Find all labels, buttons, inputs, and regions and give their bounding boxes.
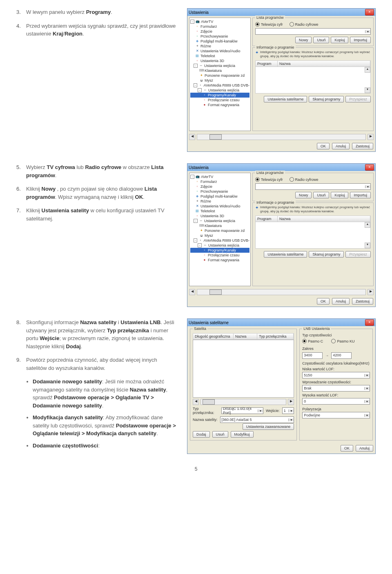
tree-selected: ▫Programy/Kanały xyxy=(190,248,249,253)
radio-tv-digital[interactable]: Telewizja cyfr xyxy=(255,22,283,27)
satellite-settings-button[interactable]: Ustawienia satelitarne xyxy=(264,96,307,102)
dialog-title: Ustawienia satelitarne xyxy=(189,320,365,325)
radio-radio-digital[interactable]: Radio cyfrowe xyxy=(290,177,318,182)
step-body: Wybierz TV cyfrowa lub Radio cyfrowe w o… xyxy=(26,163,178,179)
ok-button[interactable]: OK xyxy=(317,143,330,149)
scroll-left-icon[interactable]: ◀ xyxy=(193,399,199,405)
satellite-settings-button[interactable]: Ustawienia satelitarne xyxy=(264,251,307,258)
chevron-down-icon: ▼ xyxy=(288,418,294,421)
cancel-button[interactable]: Anuluj xyxy=(332,143,350,149)
close-icon[interactable]: × xyxy=(365,164,374,171)
new-button[interactable]: Nowy xyxy=(295,37,312,43)
scroll-left-icon[interactable]: ◀ xyxy=(189,134,195,140)
chevron-down-icon: ▼ xyxy=(258,409,263,412)
delete-button[interactable]: Usuń xyxy=(313,37,329,43)
freq-input-combo[interactable]: Brak▼ xyxy=(302,385,370,392)
col-name: Nazwa xyxy=(278,61,370,67)
input-port-combo[interactable]: 1▼ xyxy=(282,407,294,414)
copy-button[interactable]: Kopiuj xyxy=(331,192,348,198)
scroll-up-icon[interactable]: ▲ xyxy=(365,222,370,228)
chevron-down-icon: ▼ xyxy=(364,414,370,417)
step-body: Powtórz poprzednia czynność, aby dodać w… xyxy=(26,356,178,372)
apply-button[interactable]: Zastosuj xyxy=(352,143,373,149)
step-body: Kliknij Ustawienia satelity w celu konfi… xyxy=(26,207,178,222)
col-program: Program xyxy=(256,61,278,67)
step-body: Kliknij Nowy , po czym pojawi się okno d… xyxy=(26,185,178,201)
nav-tree[interactable]: -📺AVerTV ▫Formularz ▫Zdjęcie ▫Przechowyw… xyxy=(189,173,251,286)
scroll-down-icon[interactable]: ▼ xyxy=(365,87,370,93)
program-table[interactable]: ▲▼ xyxy=(255,222,371,249)
scroll-up-icon[interactable]: ▲ xyxy=(365,67,370,73)
step-body: Przed wybraniem wejścia sygnału sprawdź,… xyxy=(26,22,178,38)
radio-band-c[interactable]: Pasmo C xyxy=(302,339,323,343)
range-from[interactable]: 3400 xyxy=(302,352,323,359)
scan-button[interactable]: Skanuj programy xyxy=(309,96,344,102)
nav-tree[interactable]: -📺AVerTV ▫Formularz ▫Zdjęcie ▫Przechowyw… xyxy=(189,18,251,131)
chevron-down-icon: ▼ xyxy=(364,400,370,403)
ok-button[interactable]: OK xyxy=(317,298,330,305)
step-num: 5. xyxy=(16,163,26,179)
speedup-button: Przyspiesz xyxy=(345,96,371,102)
copy-button[interactable]: Kopiuj xyxy=(331,37,348,43)
tree-selected: ▫Programy/Kanały xyxy=(190,93,249,98)
cancel-button[interactable]: Anuluj xyxy=(356,445,373,452)
h-scrollbar[interactable] xyxy=(197,134,366,140)
low-lof-combo[interactable]: 5150▼ xyxy=(302,372,370,378)
bullet-item: Dodawanie częstotliwości: xyxy=(33,442,178,450)
polarization-combo[interactable]: Podwójne▼ xyxy=(302,412,370,418)
groupbox-label: Informacje o programie xyxy=(255,45,296,49)
info-text: Inteligentny podgląd kanału: Możesz kole… xyxy=(255,205,371,216)
step-num: 8. xyxy=(16,318,26,350)
speedup-button: Przyspiesz xyxy=(345,251,371,258)
advanced-button[interactable]: Ustawienia zaawansowane xyxy=(243,423,294,430)
switch-type-combo[interactable]: DiSEqC 1.0/2.0(4 Port)▼ xyxy=(221,407,263,414)
apply-button[interactable]: Zastosuj xyxy=(352,298,373,305)
delete-button[interactable]: Usuń xyxy=(212,431,228,438)
chevron-down-icon: ▼ xyxy=(288,409,294,412)
scroll-right-icon[interactable]: ▶ xyxy=(288,399,294,405)
scroll-right-icon[interactable]: ▶ xyxy=(368,134,374,140)
add-button[interactable]: Dodaj xyxy=(193,431,210,438)
delete-button[interactable]: Usuń xyxy=(313,192,329,198)
scroll-right-icon[interactable]: ▶ xyxy=(368,289,374,295)
page-number: 5 xyxy=(16,466,376,472)
settings-dialog: Ustawienia× -📺AVerTV ▫Formularz ▫Zdjęcie… xyxy=(187,163,376,307)
cancel-button[interactable]: Anuluj xyxy=(332,298,350,305)
satellite-list[interactable] xyxy=(193,340,294,398)
import-button[interactable]: Importuj xyxy=(350,37,371,43)
satellite-name-combo[interactable]: [360.0E] AsiaSat 5▼ xyxy=(220,416,294,423)
high-lof-combo[interactable]: 0▼ xyxy=(302,398,370,405)
scroll-left-icon[interactable]: ◀ xyxy=(189,289,195,295)
step-body: Skonfiguruj informacje Nazwa satelity i … xyxy=(26,318,178,350)
settings-dialog: Ustawienia× -📺AVerTV ▫Formularz ▫Zdjęcie… xyxy=(187,8,376,152)
step-num: 4. xyxy=(16,22,26,38)
scroll-down-icon[interactable]: ▼ xyxy=(365,243,370,248)
bullet-item: Modyfikacja danych satelity: Aby zmodyfi… xyxy=(33,414,178,438)
chevron-down-icon: ▼ xyxy=(365,30,370,33)
step-num: 6. xyxy=(16,185,26,201)
h-scrollbar[interactable] xyxy=(197,289,366,295)
step-num: 9. xyxy=(16,356,26,372)
radio-radio-digital[interactable]: Radio cyfrowe xyxy=(290,22,318,27)
modify-button[interactable]: Modyfikuj xyxy=(231,431,254,438)
dialog-title: Ustawienia xyxy=(189,165,365,170)
import-button[interactable]: Importuj xyxy=(350,192,371,198)
satellite-dialog: Ustawienia satelitarne× Satelita Długość… xyxy=(187,318,376,454)
program-list-combo[interactable]: ▼ xyxy=(255,183,371,190)
new-button[interactable]: Nowy xyxy=(295,192,312,198)
ok-button[interactable]: OK xyxy=(341,445,353,452)
radio-band-ku[interactable]: Pasmo KU xyxy=(331,339,354,343)
chevron-down-icon: ▼ xyxy=(364,374,370,377)
groupbox-label: Lista programów xyxy=(255,16,285,20)
program-table[interactable]: ▲▼ xyxy=(255,67,371,93)
scan-button[interactable]: Skanuj programy xyxy=(309,251,344,258)
info-text: Inteligentny podgląd kanału: Możesz kole… xyxy=(255,49,371,60)
range-to[interactable]: 4200 xyxy=(331,352,352,359)
close-icon[interactable]: × xyxy=(365,319,374,326)
close-icon[interactable]: × xyxy=(365,9,374,16)
chevron-down-icon: ▼ xyxy=(365,185,370,188)
program-list-combo[interactable]: ▼ xyxy=(255,28,371,35)
step-body: W lewym panelu wybierz Programy. xyxy=(26,8,178,16)
radio-tv-digital[interactable]: Telewizja cyfr xyxy=(255,177,283,182)
h-scrollbar[interactable] xyxy=(200,399,286,405)
